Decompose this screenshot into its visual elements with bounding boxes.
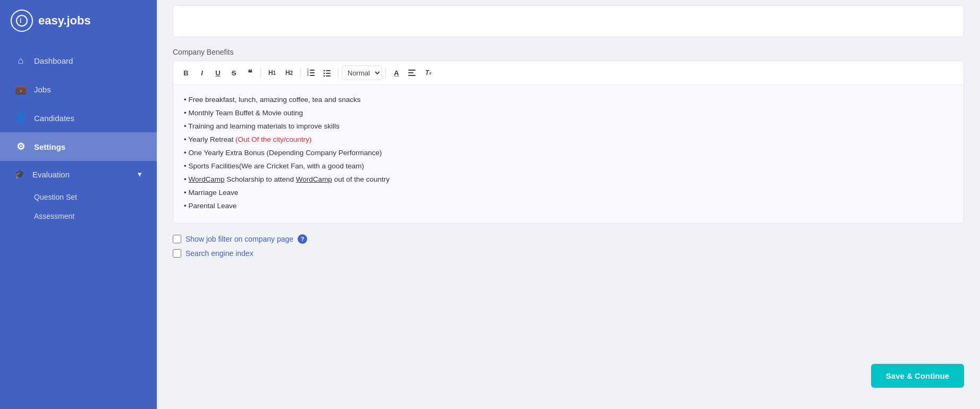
list-item: Parental Leave (184, 200, 953, 213)
list-item: Monthly Team Buffet & Movie outing (184, 107, 953, 120)
checkboxes-area: Show job filter on company page ? Search… (173, 234, 964, 258)
svg-rect-16 (408, 75, 416, 76)
svg-point-10 (324, 73, 325, 74)
jobs-icon: 💼 (15, 83, 27, 95)
benefits-list: Free breakfast, lunch, amazing coffee, t… (184, 93, 953, 212)
list-item: WordCamp Scholarship to attend WordCamp … (184, 173, 953, 186)
app-logo[interactable]: i easy.jobs (0, 0, 157, 41)
ordered-list-button[interactable]: 123 (304, 65, 319, 80)
top-editor-area (173, 5, 964, 37)
help-icon[interactable]: ? (298, 234, 307, 244)
blockquote-button[interactable]: ❝ (242, 65, 257, 80)
svg-rect-2 (310, 70, 315, 71)
svg-text:i: i (20, 17, 21, 24)
sidebar-nav: ⌂ Dashboard 💼 Jobs 👤 Candidates ⚙ Settin… (0, 47, 157, 226)
company-benefits-editor: B I U S ❝ H1 H2 123 Normal (173, 61, 964, 224)
home-icon: ⌂ (15, 55, 27, 66)
list-item: Yearly Retreat (Out Of the city/country) (184, 133, 953, 147)
evaluation-submenu: Question Set Assessment (0, 188, 157, 226)
search-engine-index-label[interactable]: Search engine index (185, 249, 254, 258)
toolbar-separator-3 (338, 67, 339, 78)
search-engine-index-checkbox[interactable] (173, 249, 181, 258)
show-job-filter-label[interactable]: Show job filter on company page (185, 235, 293, 243)
svg-rect-4 (310, 75, 315, 76)
svg-rect-9 (326, 70, 331, 71)
editor-toolbar: B I U S ❝ H1 H2 123 Normal (173, 61, 964, 85)
sidebar-item-label: Candidates (34, 114, 74, 123)
settings-icon: ⚙ (15, 141, 27, 152)
save-btn-area: Save & Continue (855, 359, 980, 393)
svg-rect-3 (310, 72, 315, 73)
svg-point-8 (324, 70, 325, 72)
logo-icon: i (11, 10, 33, 32)
app-name: easy.jobs (38, 14, 91, 28)
svg-rect-14 (408, 70, 416, 71)
company-benefits-label: Company Benefits (173, 48, 964, 56)
h2-button[interactable]: H2 (281, 65, 297, 80)
sidebar-item-assessment[interactable]: Assessment (0, 207, 157, 226)
svg-text:3: 3 (307, 73, 309, 76)
clear-format-button[interactable]: Tx (421, 65, 436, 80)
svg-rect-13 (326, 75, 331, 76)
bold-button[interactable]: B (179, 65, 193, 80)
sidebar: i easy.jobs ⌂ Dashboard 💼 Jobs 👤 Candida… (0, 0, 157, 409)
underline-button[interactable]: U (210, 65, 225, 80)
italic-button[interactable]: I (195, 65, 209, 80)
chevron-down-icon: ▾ (138, 169, 142, 179)
sidebar-item-jobs[interactable]: 💼 Jobs (0, 75, 157, 104)
svg-point-12 (324, 75, 325, 77)
evaluation-icon: 🎓 (15, 169, 25, 179)
sidebar-item-evaluation[interactable]: 🎓 Evaluation ▾ (0, 161, 157, 188)
toolbar-separator-2 (300, 67, 301, 78)
unordered-list-button[interactable] (320, 65, 335, 80)
svg-rect-15 (408, 72, 413, 73)
sidebar-item-label: Evaluation (32, 170, 70, 179)
show-job-filter-checkbox[interactable] (173, 235, 181, 243)
sidebar-item-label: Jobs (34, 85, 51, 94)
toolbar-separator (260, 67, 261, 78)
sidebar-item-question-set[interactable]: Question Set (0, 188, 157, 207)
save-continue-button[interactable]: Save & Continue (871, 364, 964, 388)
editor-content-area[interactable]: Free breakfast, lunch, amazing coffee, t… (173, 85, 964, 223)
list-item: Sports Facilities(We are Cricket Fan, wi… (184, 160, 953, 173)
list-item: Free breakfast, lunch, amazing coffee, t… (184, 93, 953, 107)
sidebar-item-dashboard[interactable]: ⌂ Dashboard (0, 47, 157, 75)
align-button[interactable] (405, 65, 420, 80)
svg-point-0 (16, 15, 27, 26)
strikethrough-button[interactable]: S (226, 65, 241, 80)
sidebar-item-candidates[interactable]: 👤 Candidates (0, 104, 157, 132)
show-job-filter-row: Show job filter on company page ? (173, 234, 964, 244)
format-select[interactable]: Normal (342, 65, 382, 80)
list-item: Marriage Leave (184, 186, 953, 200)
candidates-icon: 👤 (15, 112, 27, 124)
list-item: One Yearly Extra Bonus (Depending Compan… (184, 147, 953, 160)
sidebar-item-label: Dashboard (34, 56, 73, 65)
text-color-button[interactable]: A (389, 65, 404, 80)
list-item: Training and learning materials to impro… (184, 120, 953, 133)
sidebar-item-label: Settings (34, 142, 65, 151)
search-engine-index-row: Search engine index (173, 249, 964, 258)
toolbar-separator-4 (385, 67, 386, 78)
main-content: Company Benefits B I U S ❝ H1 H2 123 (157, 0, 980, 409)
svg-rect-11 (326, 73, 331, 74)
h1-button[interactable]: H1 (264, 65, 280, 80)
sidebar-item-settings[interactable]: ⚙ Settings (0, 132, 157, 161)
